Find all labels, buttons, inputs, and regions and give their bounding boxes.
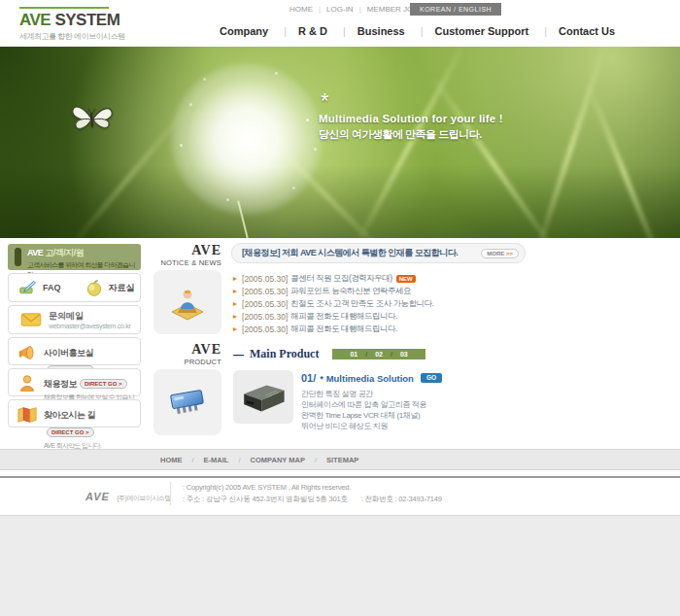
footer-logo-text: AVE: [85, 491, 110, 502]
notice-text: 해피콜 전화도 대행해드립니다.: [290, 324, 397, 335]
notice-icon: [164, 279, 211, 325]
notice-item[interactable]: ▸ [2005.05.30] 파워포인트 능숙하신분 연락주세요: [233, 285, 525, 297]
notice-date: [2005.05.30]: [242, 274, 288, 284]
mail-address[interactable]: webmaster@avesystem.co.kr: [49, 323, 130, 329]
footer-copyright: : Copyright(c) 2005 AVE SYSTEM , All Rig…: [183, 482, 456, 494]
direct-title: 사이버홍보실: [44, 347, 93, 359]
sidebar-mail-box[interactable]: 문의메일 webmaster@avesystem.co.kr: [8, 305, 141, 334]
grass-blade: [586, 82, 663, 238]
faq-label: FAQ: [43, 283, 61, 292]
product-icon-box: [153, 369, 221, 435]
footer-nav-item[interactable]: COMPANY MAP: [228, 456, 305, 464]
product-name-link[interactable]: * Multimedia Solution: [320, 373, 414, 384]
bullet-icon: ▸: [233, 287, 237, 295]
product-label-brand: AVE: [153, 342, 221, 358]
product-info: 01/ * Multimedia Solution GO 간단한 특징 설명 공…: [301, 372, 529, 431]
product-section-label: AVE PRODUCT: [153, 342, 221, 366]
sidebar-item-directions[interactable]: 찾아오시는 길DIRECT GO > AVE 회사약도 입니다.: [8, 399, 141, 428]
notice-date: [2005.05.30]: [242, 287, 288, 296]
sidebar-item-press[interactable]: 사이버홍보실DIRECT GO > AVE 보도자료를 보실 수 있습니다.: [8, 337, 141, 365]
utility-nav-item[interactable]: LOG-IN: [313, 5, 354, 14]
sidebar-header[interactable]: AVE 고/객/지/원 고객서비스를 위하여 최선을 다하겠습니다: [8, 244, 141, 270]
more-arrows-icon: >>: [506, 251, 513, 257]
main-nav-item[interactable]: Customer Support: [407, 25, 530, 37]
more-button[interactable]: MORE >>: [481, 249, 519, 258]
notice-label-title: NOTICE & NEWS: [153, 258, 221, 267]
map-icon: [17, 404, 38, 426]
mail-icon: [20, 312, 42, 327]
footer-divider: [0, 476, 680, 478]
bullet-icon: ▸: [233, 312, 237, 321]
product-tab[interactable]: 01: [346, 351, 361, 358]
product-tabs: 010203: [332, 349, 425, 359]
direct-go-button[interactable]: DIRECT GO >: [47, 428, 94, 437]
direct-go-button[interactable]: DIRECT GO >: [80, 379, 127, 389]
sidebar-brand: AVE: [27, 248, 43, 257]
dandelion-seeds: [246, 136, 249, 139]
product-tab[interactable]: 03: [387, 351, 412, 358]
direct-row: 채용정보DIRECT GO >: [44, 373, 140, 391]
notice-headline[interactable]: [채용정보] 저희 AVE 시스템에서 특별한 인재를 모집합니다. MORE …: [231, 243, 526, 263]
archive-link[interactable]: 자료실: [75, 278, 141, 297]
product-title-row: 01/ * Multimedia Solution GO: [301, 372, 529, 384]
logo-text-system: SYSTEM: [51, 11, 119, 29]
footer-nav-item[interactable]: SITEMAP: [305, 456, 358, 464]
bullet-bar-icon: [15, 248, 21, 266]
notice-item[interactable]: ▸ [2005.05.30] 해피콜 전화도 대행해드립니다.: [233, 323, 525, 335]
product-tab[interactable]: 02: [361, 351, 387, 358]
language-toggle-button[interactable]: KOREAN / ENGLISH: [410, 3, 501, 16]
main-product-bar: — Main Product 010203: [233, 347, 425, 361]
footer-nav-item[interactable]: HOME: [160, 456, 183, 464]
logo-accent-bar: [19, 7, 109, 9]
notice-date: [2005.05.30]: [242, 299, 288, 309]
product-device-image: [237, 378, 289, 417]
footer-contact: : 주소 : 강남구 신사동 452-3번지 영화빌딩 5층 301호: 전화번…: [183, 494, 456, 505]
product-feature-line: 완벽한 Time Lapse VCR 대체 (1채널): [301, 410, 529, 421]
sidebar-header-title: AVE 고/객/지/원: [27, 247, 141, 259]
product-number: 01/: [301, 372, 316, 384]
footer-logo[interactable]: AVE (주)에이브이시스템: [85, 487, 171, 504]
sidebar-item-recruit[interactable]: 채용정보DIRECT GO > 채용정보를 한눈에 보실 수 있습니다.: [8, 368, 141, 396]
grass-blade: [354, 47, 467, 238]
notice-headline-text: [채용정보] 저희 AVE 시스템에서 특별한 인재를 모집합니다.: [242, 247, 481, 259]
chip-icon: [162, 381, 213, 424]
notice-date: [2005.05.30]: [242, 325, 288, 334]
go-button[interactable]: GO: [421, 373, 442, 384]
logo-title: AVE SYSTEM: [19, 11, 124, 30]
logo[interactable]: AVE SYSTEM 세계최고를 향한 에이브이시스템: [19, 7, 124, 42]
faq-link[interactable]: FAQ: [9, 278, 75, 297]
megaphone-icon: [17, 342, 38, 363]
bullet-icon: ▸: [233, 299, 237, 308]
new-badge: NEW: [396, 275, 416, 283]
bullet-icon: ▸: [233, 274, 237, 283]
notice-item[interactable]: ▸ [2005.05.30] 친절도 조사 고객 만족도 조사 가능합니다.: [233, 297, 525, 310]
notice-text: 해피콜 전화도 대행해드립니다.: [290, 311, 397, 323]
main-nav-item[interactable]: R & D: [270, 25, 329, 37]
archive-icon: [85, 278, 104, 297]
bullet-icon: ▸: [233, 325, 237, 333]
butterfly-icon: [70, 101, 115, 136]
utility-nav-item[interactable]: HOME: [289, 5, 313, 14]
notice-text: 친절도 조사 고객 만족도 조사 가능합니다.: [290, 298, 433, 310]
notice-item[interactable]: ▸ [2005.05.30] 콜센터 직원 모집(경력자우대) NEW: [233, 272, 525, 285]
dash-icon: —: [233, 349, 244, 360]
notice-icon-box: [153, 270, 221, 334]
footer-logo-sub: (주)에이브이시스템: [117, 495, 171, 501]
main-nav-item[interactable]: Contact Us: [530, 25, 617, 37]
grass-blade: [534, 47, 608, 238]
mail-title: 문의메일: [49, 310, 130, 323]
main-nav-item[interactable]: Company: [218, 25, 270, 37]
direct-row: 찾아오시는 길DIRECT GO >: [44, 404, 140, 439]
notice-list: ▸ [2005.05.30] 콜센터 직원 모집(경력자우대) NEW ▸ [2…: [233, 272, 525, 335]
notice-date: [2005.05.30]: [242, 312, 288, 322]
main-nav-item[interactable]: Business: [329, 25, 407, 37]
page: AVE SYSTEM 세계최고를 향한 에이브이시스템 HOMELOG-INME…: [0, 0, 680, 616]
page-bottom-area: [0, 515, 680, 616]
direct-title: 찾아오시는 길: [44, 409, 95, 422]
product-label-title: PRODUCT: [153, 358, 221, 366]
footer-nav-item[interactable]: E-MAIL: [183, 456, 229, 464]
product-feature-line: 인터페이스에 따른 압축 알고리즘 적용: [301, 399, 529, 410]
product-image-box[interactable]: [233, 370, 293, 424]
notice-item[interactable]: ▸ [2005.05.30] 해피콜 전화도 대행해드립니다.: [233, 310, 525, 323]
footer-phone: : 전화번호 : 02-3493-7149: [361, 494, 442, 505]
